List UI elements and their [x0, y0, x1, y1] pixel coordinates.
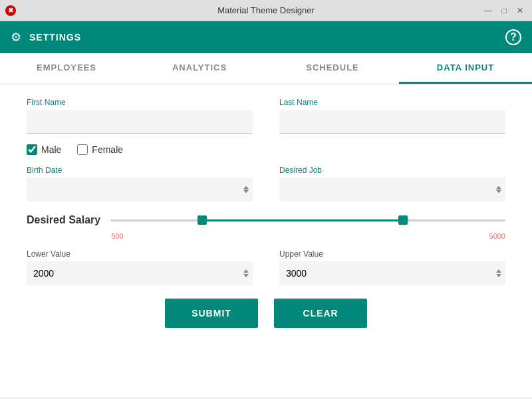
settings-label: SETTINGS [29, 32, 81, 43]
lower-arrow-up-icon[interactable] [243, 269, 249, 273]
male-label: Male [41, 144, 61, 155]
last-name-group: Last Name [279, 98, 505, 134]
upper-value-label: Upper Value [279, 249, 505, 259]
title-bar-left: ✖ [5, 5, 21, 16]
date-job-row: Birth Date Desired Job [27, 166, 505, 201]
tab-analytics[interactable]: ANALYTICS [133, 53, 266, 84]
title-bar: ✖ Material Theme Designer — □ ✕ [0, 0, 532, 21]
slider-fill [202, 219, 403, 221]
slider-thumb-lower[interactable] [198, 215, 207, 225]
desired-job-select[interactable] [279, 178, 505, 201]
lower-arrow-down-icon[interactable] [243, 274, 249, 277]
minimize-button[interactable]: — [481, 4, 495, 17]
female-checkbox-label[interactable]: Female [77, 144, 123, 155]
upper-arrow-up-icon[interactable] [496, 269, 501, 273]
nav-tabs: EMPLOYEES ANALYTICS SCHEDULE DATA INPUT [0, 53, 532, 84]
last-name-input[interactable] [279, 110, 505, 134]
lower-value-label: Lower Value [27, 249, 253, 259]
slider-min-label: 500 [111, 232, 123, 240]
lower-value-arrows [243, 269, 249, 277]
desired-job-group: Desired Job [279, 166, 505, 201]
close-button[interactable]: ✕ [513, 4, 527, 17]
first-name-label: First Name [27, 98, 253, 107]
submit-button[interactable]: SUBMIT [165, 299, 258, 328]
gender-row: Male Female [27, 144, 505, 155]
slider-thumb-upper[interactable] [398, 215, 408, 225]
desired-job-label: Desired Job [279, 166, 505, 175]
app-icon: ✖ [5, 5, 16, 16]
upper-arrow-down-icon[interactable] [496, 274, 501, 277]
window-controls: — □ ✕ [481, 4, 527, 17]
upper-value-arrows [496, 269, 501, 277]
clear-button[interactable]: CLEAR [274, 299, 367, 328]
salary-label: Desired Salary [27, 214, 100, 226]
birth-date-select[interactable] [27, 178, 253, 201]
tab-employees[interactable]: EMPLOYEES [0, 53, 133, 84]
birth-date-group: Birth Date [27, 166, 253, 201]
lower-value-group: Lower Value [27, 249, 253, 285]
value-fields-row: Lower Value Upper Value [27, 249, 505, 285]
male-checkbox[interactable] [27, 144, 37, 155]
desired-job-wrapper [279, 178, 505, 201]
birth-date-label: Birth Date [27, 166, 253, 175]
first-name-group: First Name [27, 98, 253, 134]
last-name-label: Last Name [279, 98, 505, 107]
name-row: First Name Last Name [27, 98, 505, 134]
tab-schedule[interactable]: SCHEDULE [266, 53, 399, 84]
gear-icon[interactable]: ⚙ [11, 30, 21, 45]
salary-slider-container: 500 5000 [111, 212, 505, 228]
help-button[interactable]: ? [505, 29, 521, 45]
tab-data-input[interactable]: DATA INPUT [399, 53, 532, 84]
main-content: First Name Last Name Male Female Birth D… [0, 84, 532, 397]
female-checkbox[interactable] [77, 144, 88, 155]
lower-value-input[interactable] [27, 261, 237, 285]
window-title: Material Theme Designer [217, 5, 315, 15]
male-checkbox-label[interactable]: Male [27, 144, 61, 155]
salary-slider-row: Desired Salary 500 5000 [27, 212, 505, 228]
button-row: SUBMIT CLEAR [27, 299, 505, 334]
lower-value-wrapper [27, 261, 253, 285]
upper-value-group: Upper Value [279, 249, 505, 285]
birth-date-wrapper [27, 178, 253, 201]
maximize-button[interactable]: □ [497, 4, 511, 17]
female-label: Female [92, 144, 123, 155]
upper-value-wrapper [279, 261, 505, 285]
slider-max-label: 5000 [489, 232, 505, 240]
settings-bar-left: ⚙ SETTINGS [11, 30, 81, 45]
salary-section: Desired Salary 500 5000 Lower Value [27, 212, 505, 285]
first-name-input[interactable] [27, 110, 253, 134]
upper-value-input[interactable] [279, 261, 489, 285]
settings-bar: ⚙ SETTINGS ? [0, 21, 532, 53]
